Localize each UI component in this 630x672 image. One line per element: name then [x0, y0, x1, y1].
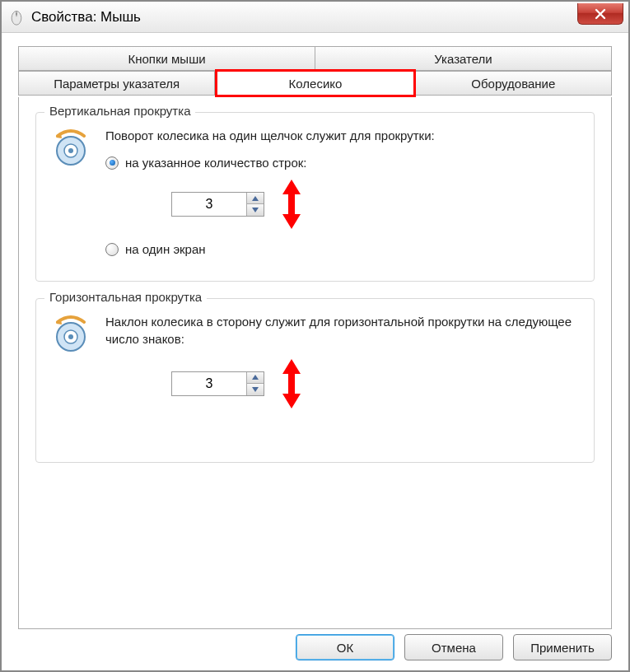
tabs-row-1: Кнопки мыши Указатели	[18, 46, 612, 71]
vertical-description: Поворот колесика на один щелчок служит д…	[105, 128, 579, 144]
chars-spin-down[interactable]	[247, 384, 264, 395]
tab-hardware[interactable]: Оборудование	[416, 71, 612, 96]
svg-marker-15	[252, 387, 259, 392]
tab-label: Параметры указателя	[54, 77, 180, 91]
tab-pointers[interactable]: Указатели	[315, 46, 612, 71]
svg-marker-14	[252, 375, 259, 380]
wheel-vertical-icon	[51, 128, 91, 167]
chars-spinner[interactable]	[171, 371, 264, 396]
radio-lines-label: на указанное количество строк:	[125, 156, 307, 170]
red-arrows-icon	[281, 180, 302, 229]
radio-lines[interactable]	[105, 156, 119, 170]
horizontal-description: Наклон колесика в сторону служит для гор…	[105, 314, 579, 348]
radio-screen[interactable]	[105, 243, 119, 256]
close-button[interactable]	[577, 3, 623, 25]
groupbox-title: Горизонтальная прокрутка	[44, 290, 207, 304]
wheel-horizontal-icon	[51, 314, 91, 353]
groupbox-title: Вертикальная прокрутка	[44, 104, 195, 118]
ok-button[interactable]: ОК	[296, 634, 394, 660]
lines-spin-up[interactable]	[247, 193, 264, 204]
tabs-row-2: Параметры указателя Колесико Оборудовани…	[18, 71, 612, 97]
tab-label: Указатели	[434, 52, 492, 66]
tab-wheel[interactable]: Колесико	[215, 69, 415, 97]
svg-marker-8	[252, 208, 259, 212]
dialog-content: Кнопки мыши Указатели Параметры указател…	[2, 33, 628, 642]
tab-panel-wheel: Вертикальная прокрутка Поворот колесика …	[18, 97, 612, 629]
titlebar: Свойства: Мышь	[2, 2, 628, 33]
red-arrows-icon	[281, 359, 302, 408]
tab-label: Оборудование	[471, 77, 555, 91]
svg-marker-7	[252, 196, 259, 201]
cancel-button[interactable]: Отмена	[404, 634, 503, 660]
svg-point-6	[68, 148, 73, 153]
radio-screen-row[interactable]: на один экран	[105, 242, 579, 256]
tab-label: Кнопки мыши	[128, 52, 205, 66]
apply-button[interactable]: Применить	[513, 634, 612, 660]
svg-point-13	[68, 334, 73, 339]
tab-buttons[interactable]: Кнопки мыши	[18, 46, 315, 71]
chars-input[interactable]	[172, 372, 246, 395]
lines-spinner[interactable]	[171, 192, 264, 217]
tab-label: Колесико	[289, 77, 343, 91]
svg-rect-2	[16, 12, 17, 15]
svg-marker-9	[282, 180, 301, 229]
svg-marker-16	[282, 359, 301, 408]
dialog-footer: ОК Отмена Применить	[296, 634, 612, 660]
groupbox-vertical-scroll: Вертикальная прокрутка Поворот колесика …	[35, 112, 595, 282]
radio-screen-label: на один экран	[125, 242, 206, 256]
window-title: Свойства: Мышь	[31, 9, 141, 26]
radio-lines-row[interactable]: на указанное количество строк:	[105, 156, 579, 170]
lines-spin-down[interactable]	[247, 204, 264, 216]
groupbox-horizontal-scroll: Горизонтальная прокрутка Наклон колесика…	[35, 298, 595, 463]
chars-spin-up[interactable]	[247, 372, 264, 384]
mouse-properties-window: Свойства: Мышь Кнопки мыши Указатели Пар…	[0, 0, 630, 672]
tab-pointer-options[interactable]: Параметры указателя	[18, 71, 215, 96]
lines-input[interactable]	[172, 193, 246, 216]
mouse-icon	[8, 9, 25, 26]
